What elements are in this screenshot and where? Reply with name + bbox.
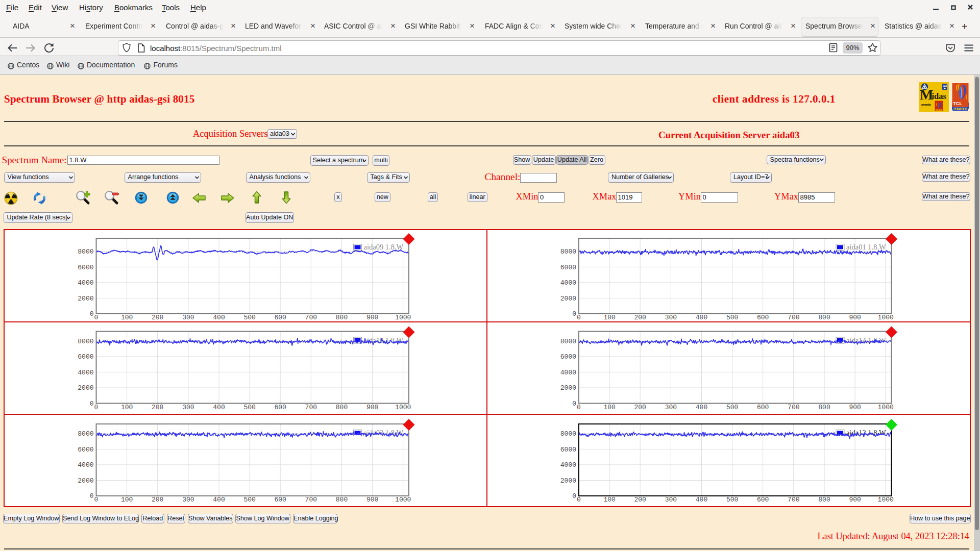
svg-text:4000: 4000: [78, 279, 93, 287]
svg-text:200: 200: [634, 404, 646, 411]
svg-text:0: 0: [90, 310, 94, 318]
svg-text:0: 0: [577, 496, 581, 504]
svg-text:800: 800: [336, 314, 348, 321]
svg-text:6000: 6000: [78, 353, 93, 361]
svg-text:4000: 4000: [560, 461, 576, 469]
svg-text:4000: 4000: [560, 369, 576, 377]
svg-text:900: 900: [366, 404, 378, 411]
svg-text:900: 900: [849, 314, 861, 321]
svg-text:2000: 2000: [78, 477, 93, 485]
svg-text:1000: 1000: [878, 404, 894, 411]
svg-text:1000: 1000: [878, 496, 894, 504]
svg-text:400: 400: [696, 404, 707, 411]
svg-text:300: 300: [665, 496, 677, 504]
svg-text:0: 0: [577, 314, 581, 321]
svg-text:800: 800: [818, 496, 830, 504]
svg-text:100: 100: [121, 404, 133, 411]
svg-text:aida09 1.8.W: aida09 1.8.W: [364, 243, 404, 251]
svg-text:800: 800: [818, 314, 830, 321]
svg-text:100: 100: [603, 314, 615, 321]
svg-text:6000: 6000: [560, 264, 576, 271]
svg-text:800: 800: [336, 404, 348, 411]
svg-text:500: 500: [726, 404, 738, 411]
svg-text:300: 300: [182, 314, 194, 321]
svg-text:4000: 4000: [78, 369, 93, 377]
svg-text:700: 700: [305, 314, 317, 321]
svg-text:500: 500: [243, 404, 255, 411]
svg-text:8000: 8000: [78, 338, 93, 345]
svg-text:700: 700: [788, 404, 799, 411]
svg-text:2000: 2000: [560, 477, 576, 485]
svg-text:4000: 4000: [560, 279, 576, 287]
svg-text:8000: 8000: [560, 248, 576, 256]
svg-text:8000: 8000: [560, 338, 576, 345]
svg-text:0: 0: [577, 404, 581, 411]
svg-text:100: 100: [121, 496, 133, 504]
svg-text:200: 200: [152, 496, 163, 504]
svg-text:1000: 1000: [395, 404, 411, 411]
svg-text:900: 900: [366, 496, 378, 504]
svg-text:0: 0: [94, 496, 99, 504]
svg-text:100: 100: [121, 314, 133, 321]
svg-text:900: 900: [849, 496, 861, 504]
svg-text:2000: 2000: [78, 384, 93, 392]
svg-text:900: 900: [849, 404, 861, 411]
svg-text:400: 400: [213, 496, 225, 504]
svg-text:900: 900: [366, 314, 378, 321]
svg-text:0: 0: [94, 404, 99, 411]
svg-text:200: 200: [634, 314, 646, 321]
svg-text:700: 700: [788, 314, 799, 321]
svg-text:400: 400: [696, 496, 707, 504]
svg-text:0: 0: [572, 310, 576, 318]
svg-text:700: 700: [305, 404, 317, 411]
svg-text:0: 0: [572, 400, 576, 408]
svg-text:700: 700: [788, 496, 799, 504]
svg-text:300: 300: [182, 404, 194, 411]
svg-text:500: 500: [243, 314, 255, 321]
svg-text:300: 300: [665, 314, 677, 321]
svg-text:0: 0: [90, 492, 94, 500]
svg-text:500: 500: [726, 314, 738, 321]
svg-text:0: 0: [94, 314, 99, 321]
svg-text:700: 700: [305, 496, 317, 504]
svg-text:200: 200: [152, 404, 163, 411]
svg-text:aida01 1.8.W: aida01 1.8.W: [846, 243, 886, 251]
svg-text:1000: 1000: [878, 314, 894, 321]
svg-text:200: 200: [152, 314, 163, 321]
svg-text:6000: 6000: [78, 264, 93, 271]
svg-text:1000: 1000: [395, 496, 411, 504]
svg-text:6000: 6000: [78, 446, 93, 454]
svg-text:600: 600: [274, 496, 286, 504]
svg-text:2000: 2000: [560, 295, 576, 303]
svg-text:2000: 2000: [560, 384, 576, 392]
svg-text:400: 400: [213, 404, 225, 411]
svg-text:500: 500: [243, 496, 255, 504]
svg-text:600: 600: [757, 404, 769, 411]
svg-text:0: 0: [90, 400, 94, 408]
svg-text:200: 200: [634, 496, 646, 504]
svg-text:300: 300: [665, 404, 677, 411]
svg-text:100: 100: [603, 404, 615, 411]
svg-text:6000: 6000: [560, 353, 576, 361]
svg-text:1000: 1000: [395, 314, 411, 321]
svg-text:8000: 8000: [78, 248, 93, 256]
svg-text:8000: 8000: [560, 430, 576, 438]
svg-text:800: 800: [818, 404, 830, 411]
svg-text:2000: 2000: [78, 295, 93, 303]
svg-text:600: 600: [757, 496, 769, 504]
svg-text:4000: 4000: [78, 461, 93, 469]
svg-text:100: 100: [603, 496, 615, 504]
svg-text:300: 300: [182, 496, 194, 504]
svg-text:800: 800: [336, 496, 348, 504]
svg-text:400: 400: [213, 314, 225, 321]
svg-text:0: 0: [572, 492, 576, 500]
svg-text:500: 500: [726, 496, 738, 504]
svg-text:6000: 6000: [560, 446, 576, 454]
svg-text:600: 600: [274, 404, 286, 411]
svg-text:8000: 8000: [78, 430, 93, 438]
svg-text:600: 600: [274, 314, 286, 321]
svg-text:600: 600: [757, 314, 769, 321]
svg-text:400: 400: [696, 314, 707, 321]
